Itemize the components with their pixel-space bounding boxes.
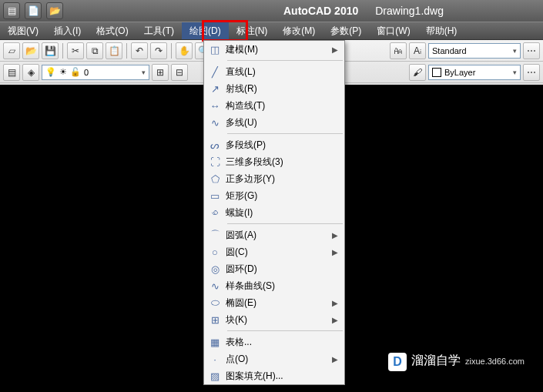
menu-view[interactable]: 视图(V)	[0, 22, 46, 39]
menu-item-label: 点(O)	[226, 353, 332, 366]
menu-item[interactable]: ·点(O)▶	[204, 350, 344, 367]
menu-format[interactable]: 格式(O)	[89, 22, 136, 39]
menu-item[interactable]: ꩜螺旋(I)	[204, 204, 344, 221]
menu-item-label: 正多边形(Y)	[226, 173, 338, 186]
menu-item-icon: ▭	[204, 187, 226, 204]
menu-item[interactable]: ○圆(C)▶	[204, 243, 344, 260]
app-menu-icon[interactable]: ▤	[3, 2, 20, 19]
redo-icon[interactable]: ↷	[150, 42, 167, 59]
document-title: Drawing1.dwg	[375, 5, 444, 17]
menu-item-icon: ▦	[204, 333, 226, 350]
submenu-arrow-icon: ▶	[332, 299, 338, 307]
menu-item[interactable]: ⬭椭圆(E)▶	[204, 294, 344, 311]
draw-dropdown: ◫建模(M)▶╱直线(L)↗射线(R)↔构造线(T)∿多线(U)ᔕ多段线(P)⛶…	[203, 40, 345, 385]
menu-tools[interactable]: 工具(T)	[136, 22, 182, 39]
pan-icon[interactable]: ✋	[176, 42, 193, 59]
style-combo[interactable]: Standard ▾	[428, 43, 521, 59]
new-icon[interactable]: ▱	[3, 42, 20, 59]
menu-item-icon: ╱	[204, 63, 226, 80]
qat-open-icon[interactable]: 📂	[46, 2, 63, 19]
menu-item[interactable]: ↗射线(R)	[204, 80, 344, 97]
menu-item[interactable]: ∿多线(U)	[204, 114, 344, 131]
annot-icon[interactable]: 🗛	[390, 42, 407, 59]
menu-modify[interactable]: 修改(M)	[275, 22, 323, 39]
menu-item-icon: ◫	[204, 41, 226, 58]
title-bar: ▤ 📄 📂 AutoCAD 2010 Drawing1.dwg	[0, 0, 543, 22]
chevron-down-icon: ▾	[513, 47, 517, 55]
menu-separator	[227, 133, 343, 134]
menu-item-label: 圆弧(A)	[226, 229, 332, 242]
tool-icon[interactable]: ⊞	[152, 64, 169, 81]
submenu-arrow-icon: ▶	[332, 45, 338, 54]
watermark: D 溜溜自学 zixue.3d66.com	[384, 350, 534, 372]
menu-parametric[interactable]: 参数(P)	[323, 22, 369, 39]
menu-item[interactable]: ⛶三维多段线(3)	[204, 153, 344, 170]
menu-item-icon: ↗	[204, 80, 226, 97]
annot-icon[interactable]: Aᵢ	[409, 42, 426, 59]
chevron-down-icon: ▾	[513, 69, 517, 76]
menu-item-icon: ⬭	[204, 294, 226, 311]
menu-bar: 视图(V) 插入(I) 格式(O) 工具(T) 绘图(D) 标注(N) 修改(M…	[0, 22, 543, 40]
submenu-arrow-icon: ▶	[332, 355, 338, 364]
paste-icon[interactable]: 📋	[106, 42, 122, 59]
menu-separator	[227, 60, 343, 61]
menu-item-icon: ⛶	[204, 153, 226, 170]
submenu-arrow-icon: ▶	[332, 231, 338, 240]
menu-item[interactable]: ▦表格...	[204, 333, 344, 350]
bylayer-combo[interactable]: ByLayer ▾	[428, 65, 521, 80]
menu-item[interactable]: ◎圆环(D)	[204, 260, 344, 277]
layer-state-icon[interactable]: ◈	[22, 64, 39, 81]
menu-separator	[227, 330, 343, 331]
open-icon[interactable]: 📂	[22, 42, 39, 59]
menu-item-icon: ꩜	[204, 204, 226, 221]
menu-item-icon: ○	[204, 243, 226, 260]
menu-window[interactable]: 窗口(W)	[369, 22, 417, 39]
menu-item[interactable]: ↔构造线(T)	[204, 97, 344, 114]
menu-insert[interactable]: 插入(I)	[46, 22, 89, 39]
qat-new-icon[interactable]: 📄	[25, 2, 42, 19]
tool-icon[interactable]: ⋯	[523, 42, 540, 59]
toolbar-separator	[126, 43, 127, 59]
brush-icon[interactable]: 🖌	[409, 64, 426, 81]
layer-combo[interactable]: 💡 ☀ 🔓 0 ▾	[42, 65, 149, 80]
menu-item-icon: ◎	[204, 260, 226, 277]
copy-icon[interactable]: ⧉	[86, 42, 103, 59]
layer-manager-icon[interactable]: ▤	[3, 64, 20, 81]
menu-item[interactable]: ⬠正多边形(Y)	[204, 170, 344, 187]
menu-item[interactable]: ⊞块(K)▶	[204, 311, 344, 328]
watermark-text: 溜溜自学	[411, 353, 461, 369]
menu-item[interactable]: ∿样条曲线(S)	[204, 277, 344, 294]
menu-item-icon: ·	[204, 350, 226, 367]
menu-item-label: 圆(C)	[226, 246, 332, 259]
menu-item[interactable]: ◫建模(M)▶	[204, 41, 344, 58]
menu-item-label: 直线(L)	[226, 65, 338, 79]
menu-item[interactable]: ▭矩形(G)	[204, 187, 344, 204]
menu-dimension[interactable]: 标注(N)	[229, 22, 276, 39]
menu-item-label: 构造线(T)	[226, 99, 338, 112]
menu-separator	[227, 223, 343, 224]
menu-item-label: 矩形(G)	[226, 189, 338, 203]
menu-item-icon: ↔	[204, 97, 226, 114]
layer-name: 0	[84, 68, 89, 77]
watermark-logo: D	[388, 353, 407, 371]
bylayer-value: ByLayer	[444, 68, 475, 77]
tool-icon[interactable]: ⊟	[171, 64, 188, 81]
menu-item-icon: ⬠	[204, 170, 226, 187]
menu-item-label: 建模(M)	[226, 43, 332, 56]
cut-icon[interactable]: ✂	[67, 42, 84, 59]
menu-item-icon: ∿	[204, 277, 226, 294]
menu-item-icon: ∿	[204, 114, 226, 131]
save-icon[interactable]: 💾	[42, 42, 59, 59]
undo-icon[interactable]: ↶	[131, 42, 148, 59]
toolbar-separator	[62, 43, 63, 59]
toolbar-separator	[171, 43, 172, 59]
menu-item-label: 圆环(D)	[226, 263, 338, 276]
menu-item[interactable]: ╱直线(L)	[204, 63, 344, 80]
tool-icon[interactable]: ⋯	[523, 64, 540, 81]
menu-help[interactable]: 帮助(H)	[418, 22, 465, 39]
color-swatch	[432, 68, 441, 77]
menu-draw[interactable]: 绘图(D)	[182, 22, 229, 39]
menu-item[interactable]: ⌒圆弧(A)▶	[204, 226, 344, 243]
menu-item[interactable]: ▨图案填充(H)...	[204, 367, 344, 384]
menu-item[interactable]: ᔕ多段线(P)	[204, 136, 344, 153]
